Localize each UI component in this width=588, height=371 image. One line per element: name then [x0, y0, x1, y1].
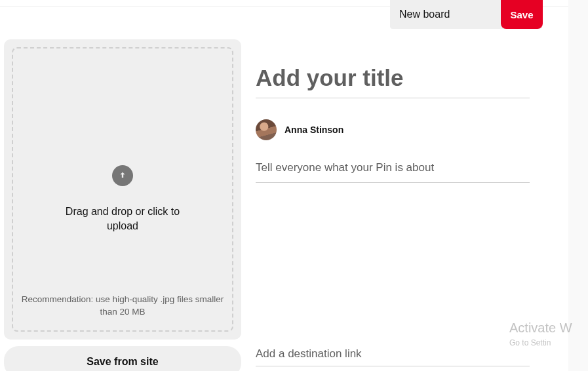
upload-panel: Drag and drop or click to upload Recomme…: [4, 39, 241, 340]
save-from-site-button[interactable]: Save from site: [4, 346, 241, 371]
avatar: [256, 119, 277, 140]
upload-hint-text: Recommendation: use high-quality .jpg fi…: [21, 294, 224, 319]
right-gutter: [568, 0, 588, 371]
author-row: Anna Stinson: [256, 119, 530, 140]
upload-dropzone[interactable]: Drag and drop or click to upload Recomme…: [12, 47, 233, 332]
destination-link-input[interactable]: [256, 346, 530, 366]
upload-main-text: Drag and drop or click to upload: [50, 205, 195, 234]
author-name: Anna Stinson: [284, 125, 343, 135]
save-button-label: Save: [510, 9, 533, 20]
upload-arrow-icon: [112, 165, 133, 186]
save-button[interactable]: Save: [501, 0, 543, 29]
save-from-site-label: Save from site: [87, 356, 158, 367]
title-input[interactable]: [256, 62, 530, 98]
board-selector-label: New board: [399, 9, 450, 20]
description-input[interactable]: [256, 159, 530, 183]
